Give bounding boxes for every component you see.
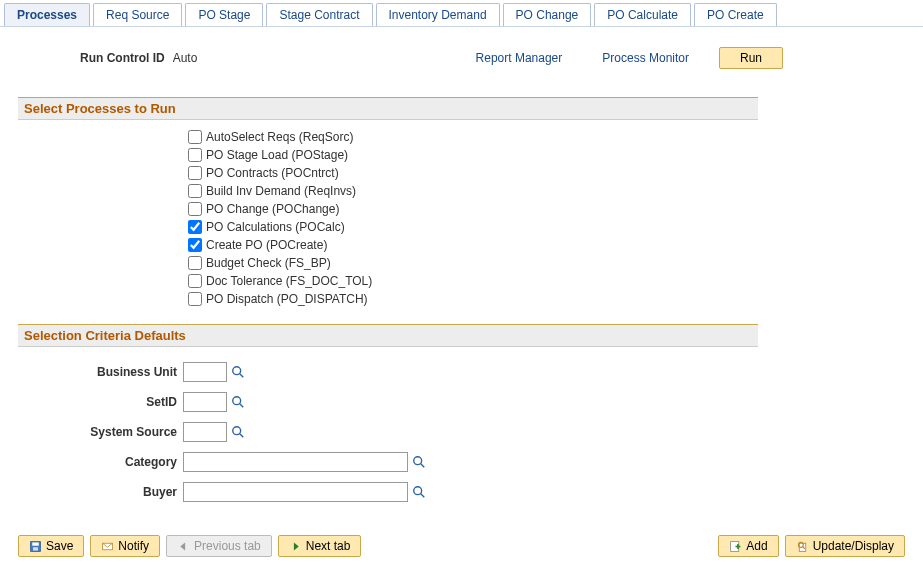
lookup-icon[interactable] [411,484,427,500]
tab-processes[interactable]: Processes [4,3,90,26]
process-label[interactable]: PO Contracts (POCntrct) [206,166,339,180]
tab-po-create[interactable]: PO Create [694,3,777,26]
process-checkbox[interactable] [188,220,202,234]
tab-inventory-demand[interactable]: Inventory Demand [376,3,500,26]
process-checklist: AutoSelect Reqs (ReqSorc)PO Stage Load (… [18,120,758,316]
svg-marker-14 [180,542,185,550]
notify-icon [101,540,114,553]
svg-marker-15 [294,542,299,550]
tab-req-source[interactable]: Req Source [93,3,182,26]
setid-input[interactable] [183,392,227,412]
process-label[interactable]: Build Inv Demand (ReqInvs) [206,184,356,198]
save-icon [29,540,42,553]
section-criteria: Selection Criteria Defaults Business Uni… [18,324,758,517]
next-tab-label: Next tab [306,539,351,553]
next-tab-button[interactable]: Next tab [278,535,362,557]
update-display-icon [796,540,809,553]
svg-point-6 [414,457,422,465]
business-unit-input[interactable] [183,362,227,382]
notify-button[interactable]: Notify [90,535,160,557]
tab-po-calculate[interactable]: PO Calculate [594,3,691,26]
process-row: Budget Check (FS_BP) [188,254,758,272]
process-checkbox[interactable] [188,256,202,270]
process-label[interactable]: Budget Check (FS_BP) [206,256,331,270]
svg-rect-11 [32,542,39,545]
top-links: Report Manager Process Monitor [476,51,689,65]
process-label[interactable]: PO Change (POChange) [206,202,339,216]
add-button[interactable]: Add [718,535,778,557]
svg-point-4 [233,427,241,435]
process-row: PO Stage Load (POStage) [188,146,758,164]
run-button[interactable]: Run [719,47,783,69]
svg-line-7 [421,464,425,468]
lookup-icon[interactable] [230,364,246,380]
tab-stage-contract[interactable]: Stage Contract [266,3,372,26]
save-button[interactable]: Save [18,535,84,557]
svg-rect-12 [33,547,38,550]
notify-label: Notify [118,539,149,553]
process-checkbox[interactable] [188,202,202,216]
process-checkbox[interactable] [188,274,202,288]
tab-po-stage[interactable]: PO Stage [185,3,263,26]
svg-point-2 [233,397,241,405]
run-control-label: Run Control ID [80,51,165,65]
system-source-label: System Source [18,425,183,439]
add-icon [729,540,742,553]
lookup-icon[interactable] [411,454,427,470]
buyer-input[interactable] [183,482,408,502]
svg-line-1 [240,374,244,378]
process-row: PO Calculations (POCalc) [188,218,758,236]
buyer-label: Buyer [18,485,183,499]
process-checkbox[interactable] [188,292,202,306]
svg-line-3 [240,404,244,408]
process-checkbox[interactable] [188,148,202,162]
process-label[interactable]: PO Stage Load (POStage) [206,148,348,162]
previous-tab-button: Previous tab [166,535,272,557]
section-criteria-header: Selection Criteria Defaults [18,324,758,347]
run-control-value: Auto [173,51,198,65]
process-row: Build Inv Demand (ReqInvs) [188,182,758,200]
previous-tab-label: Previous tab [194,539,261,553]
save-label: Save [46,539,73,553]
previous-tab-icon [177,540,190,553]
next-tab-icon [289,540,302,553]
svg-point-0 [233,367,241,375]
process-checkbox[interactable] [188,166,202,180]
system-source-input[interactable] [183,422,227,442]
bottom-toolbar: Save Notify Previous tab Next tab Add Up… [0,525,923,567]
add-label: Add [746,539,767,553]
section-processes: Select Processes to Run AutoSelect Reqs … [18,97,758,316]
process-label[interactable]: AutoSelect Reqs (ReqSorc) [206,130,353,144]
setid-label: SetID [18,395,183,409]
process-row: Create PO (POCreate) [188,236,758,254]
lookup-icon[interactable] [230,394,246,410]
process-row: PO Change (POChange) [188,200,758,218]
process-checkbox[interactable] [188,184,202,198]
process-label[interactable]: Create PO (POCreate) [206,238,327,252]
process-row: AutoSelect Reqs (ReqSorc) [188,128,758,146]
lookup-icon[interactable] [230,424,246,440]
report-manager-link[interactable]: Report Manager [476,51,563,65]
criteria-form: Business Unit SetID System Source Catego… [18,347,758,517]
process-label[interactable]: PO Dispatch (PO_DISPATCH) [206,292,368,306]
process-checkbox[interactable] [188,238,202,252]
update-display-button[interactable]: Update/Display [785,535,905,557]
update-display-label: Update/Display [813,539,894,553]
category-label: Category [18,455,183,469]
section-processes-header: Select Processes to Run [18,97,758,120]
process-row: PO Contracts (POCntrct) [188,164,758,182]
svg-point-8 [414,487,422,495]
process-label[interactable]: PO Calculations (POCalc) [206,220,345,234]
process-row: Doc Tolerance (FS_DOC_TOL) [188,272,758,290]
business-unit-label: Business Unit [18,365,183,379]
process-label[interactable]: Doc Tolerance (FS_DOC_TOL) [206,274,372,288]
top-row: Run Control ID Auto Report Manager Proce… [0,27,923,89]
svg-line-5 [240,434,244,438]
process-monitor-link[interactable]: Process Monitor [602,51,689,65]
process-checkbox[interactable] [188,130,202,144]
tab-po-change[interactable]: PO Change [503,3,592,26]
process-row: PO Dispatch (PO_DISPATCH) [188,290,758,308]
svg-line-9 [421,494,425,498]
category-input[interactable] [183,452,408,472]
tab-strip: ProcessesReq SourcePO StageStage Contrac… [0,0,923,27]
